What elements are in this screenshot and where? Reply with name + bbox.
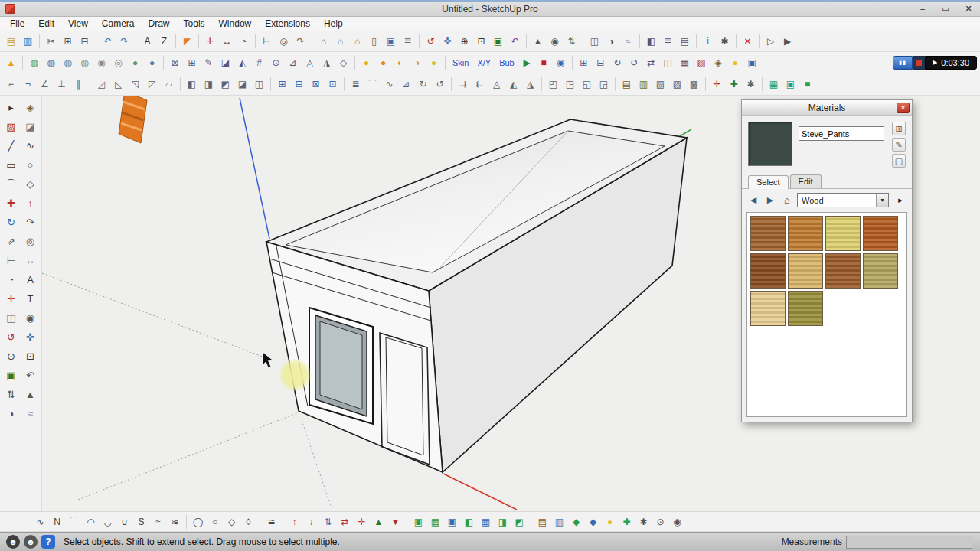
axes-icon[interactable]: ✛ bbox=[202, 34, 218, 50]
quad-br-icon[interactable]: ◲ bbox=[596, 77, 612, 93]
drawing-canvas[interactable]: Materials ✕ ⊞✎▢ SelectEdit ◀ ▶ ⌂ Wood ▾ … bbox=[42, 96, 980, 511]
from-scratch-icon[interactable]: ▦ bbox=[427, 514, 443, 530]
squiggle-icon[interactable]: ≋ bbox=[167, 514, 183, 530]
shade-tl-icon[interactable]: ◩ bbox=[217, 77, 234, 93]
animation-icon[interactable]: ▶ bbox=[779, 34, 795, 50]
minimize-button[interactable]: – bbox=[911, 2, 934, 16]
measurements-input[interactable] bbox=[846, 536, 972, 549]
quad-tr-icon[interactable]: ◳ bbox=[562, 77, 578, 93]
polyline-icon[interactable]: N bbox=[49, 514, 65, 530]
tri-tl-icon[interactable]: ◸ bbox=[144, 77, 160, 93]
x-box-icon[interactable]: ⊠ bbox=[308, 77, 324, 93]
zoom-icon[interactable]: ⊕ bbox=[456, 34, 472, 50]
tab-edit[interactable]: Edit bbox=[790, 174, 822, 188]
follow-me-icon[interactable]: ↷ bbox=[21, 214, 39, 231]
fill-3-icon[interactable]: ▧ bbox=[652, 77, 668, 93]
fill-2-icon[interactable]: ▥ bbox=[635, 77, 652, 93]
maximize-button[interactable]: ▭ bbox=[934, 2, 957, 16]
wave-small-icon[interactable]: ∿ bbox=[381, 77, 397, 93]
text-icon[interactable]: A bbox=[21, 271, 39, 289]
axes-icon[interactable]: ✛ bbox=[2, 290, 20, 308]
material-swatch-10[interactable] bbox=[788, 291, 823, 326]
protractor-icon[interactable]: ◔ bbox=[2, 271, 20, 289]
zoom-window-icon[interactable]: ⊡ bbox=[21, 347, 39, 365]
material-a-icon[interactable]: ▤ bbox=[534, 514, 550, 530]
flip-icon[interactable]: ⇄ bbox=[643, 54, 659, 70]
position-camera-icon[interactable]: ▲ bbox=[530, 34, 546, 50]
parallel-icon[interactable]: ∥ bbox=[70, 77, 87, 93]
section-plane-icon[interactable]: ◫ bbox=[2, 309, 20, 327]
quad-tl-icon[interactable]: ◰ bbox=[545, 77, 561, 93]
material-swatch-1[interactable] bbox=[750, 216, 786, 251]
swap-vert-icon[interactable]: ⇅ bbox=[320, 514, 336, 530]
material-swatch-2[interactable] bbox=[788, 216, 823, 251]
select-icon[interactable]: ▸ bbox=[2, 99, 20, 116]
circle-icon[interactable]: ○ bbox=[21, 156, 39, 174]
wrench-a-icon[interactable]: ⊠ bbox=[167, 54, 183, 70]
record-stop-button[interactable] bbox=[913, 56, 925, 70]
close-icon[interactable]: ✕ bbox=[897, 103, 910, 113]
light-icon[interactable]: ● bbox=[727, 54, 743, 70]
stamp-terrain-icon[interactable]: ◧ bbox=[461, 514, 477, 530]
gem-blue-icon[interactable]: ◆ bbox=[585, 514, 601, 530]
shade-right-icon[interactable]: ◨ bbox=[201, 77, 217, 93]
create-material-icon[interactable]: ⊞ bbox=[892, 122, 906, 135]
menu-view[interactable]: View bbox=[61, 17, 95, 31]
skin-button[interactable]: Skin bbox=[449, 58, 472, 67]
angle-icon[interactable]: ∠ bbox=[37, 77, 53, 93]
add-detail-icon[interactable]: ◨ bbox=[495, 514, 511, 530]
gem-green-icon[interactable]: ◆ bbox=[568, 514, 584, 530]
diamond-icon[interactable]: ◇ bbox=[224, 514, 240, 530]
tri-right-icon[interactable]: ◮ bbox=[522, 77, 538, 93]
tri-up-icon[interactable]: ◬ bbox=[488, 77, 505, 93]
axes-tool-icon[interactable]: ✛ bbox=[354, 514, 370, 530]
arc-down-icon[interactable]: ◡ bbox=[100, 514, 116, 530]
user-badge[interactable]: ☻ bbox=[6, 535, 20, 549]
pane-teal-icon[interactable]: ▣ bbox=[782, 77, 799, 93]
material-swatch-4[interactable] bbox=[863, 216, 898, 251]
rotate-ccw2-icon[interactable]: ↺ bbox=[432, 77, 448, 93]
tri-small-icon[interactable]: ⊿ bbox=[398, 77, 414, 93]
wrench-b-icon[interactable]: ⊞ bbox=[184, 54, 200, 70]
rectangle-icon[interactable]: ▭ bbox=[2, 156, 20, 174]
sample-paint-icon[interactable]: ✎ bbox=[892, 138, 906, 152]
grid-green-icon[interactable]: ▦ bbox=[766, 77, 782, 93]
undo-icon[interactable]: ↶ bbox=[100, 34, 116, 50]
tri-br-icon[interactable]: ◿ bbox=[93, 77, 109, 93]
edge-style-icon[interactable]: ⌐ bbox=[3, 77, 19, 93]
material-swatch-7[interactable] bbox=[825, 253, 861, 289]
array-icon[interactable]: ▦ bbox=[677, 54, 693, 70]
orbit-icon[interactable]: ↺ bbox=[2, 328, 20, 346]
disc-green-icon[interactable]: ● bbox=[127, 54, 143, 70]
arc-up-icon[interactable]: ◠ bbox=[83, 514, 99, 530]
zoom-window-icon[interactable]: ⊡ bbox=[473, 34, 489, 50]
chevron-down-icon[interactable]: ▾ bbox=[876, 194, 888, 207]
scene-del-icon[interactable]: ⊟ bbox=[593, 54, 609, 70]
rotate-cw-icon[interactable]: ↻ bbox=[609, 54, 626, 70]
polygon-icon[interactable]: ◇ bbox=[21, 175, 39, 193]
push-pull-icon[interactable]: ↑ bbox=[21, 194, 39, 212]
fog-icon[interactable]: ≈ bbox=[620, 34, 636, 50]
delete-icon[interactable]: ✕ bbox=[740, 34, 756, 50]
minus-box-icon[interactable]: ⊟ bbox=[291, 77, 307, 93]
model-info-icon[interactable]: i bbox=[700, 34, 716, 50]
poly-a-icon[interactable]: ◬ bbox=[302, 54, 318, 70]
offset-icon[interactable]: ◎ bbox=[21, 233, 39, 250]
rotate-ccw-icon[interactable]: ↺ bbox=[626, 54, 642, 70]
shade-br-icon[interactable]: ◪ bbox=[234, 77, 250, 93]
collection-dropdown[interactable]: Wood ▾ bbox=[797, 193, 889, 207]
drape-icon[interactable]: ▦ bbox=[478, 514, 494, 530]
dot-box-icon[interactable]: ⊡ bbox=[325, 77, 341, 93]
user-alt-badge[interactable]: ☻ bbox=[24, 535, 38, 549]
roof-icon[interactable]: ⌂ bbox=[349, 34, 365, 50]
scope-icon[interactable]: ◉ bbox=[669, 514, 685, 530]
menu-extensions[interactable]: Extensions bbox=[258, 17, 317, 31]
s-curve-icon[interactable]: S bbox=[133, 514, 149, 530]
in-model-home-icon[interactable]: ⌂ bbox=[780, 194, 794, 207]
raise-icon[interactable]: ↑ bbox=[286, 514, 302, 530]
3d-text-icon[interactable]: T bbox=[21, 290, 39, 308]
follow-me-icon[interactable]: ↷ bbox=[292, 34, 309, 50]
material-swatch-6[interactable] bbox=[788, 253, 823, 289]
preferences-icon[interactable]: ✱ bbox=[717, 34, 733, 50]
offset-icon[interactable]: ◎ bbox=[276, 34, 292, 50]
